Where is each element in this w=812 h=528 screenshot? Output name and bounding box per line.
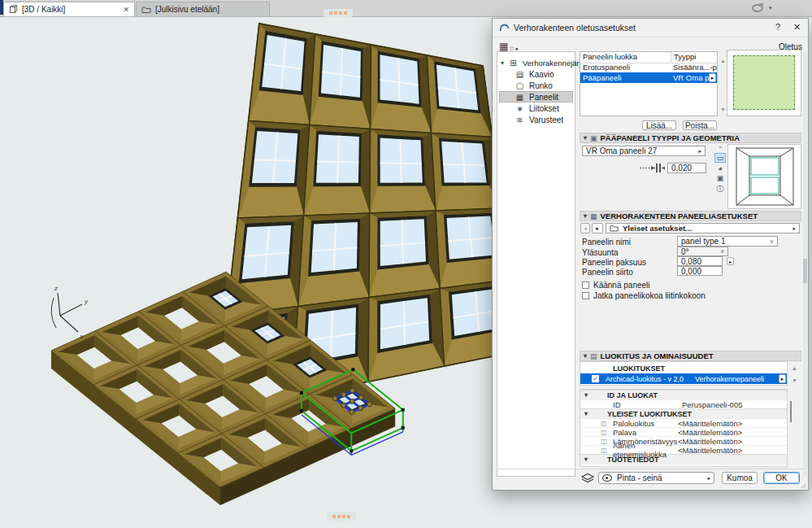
info-icon[interactable]: ⓘ <box>717 184 724 194</box>
classification-flyout-button[interactable]: ▸ <box>779 374 786 383</box>
property-group-header[interactable]: ▾ TUOTETIEDOT <box>580 454 787 464</box>
checkbox-checked-icon[interactable]: ✓ <box>592 375 599 382</box>
tab-julkisivu[interactable]: [Julkisivu etelään] <box>136 2 270 16</box>
collapse-icon[interactable]: ▾ <box>584 134 587 142</box>
extend-panel-checkbox[interactable]: Jatka paneelikokoa liitinkokoon <box>582 291 706 300</box>
panel-thickness-field[interactable]: 0,080 <box>677 256 723 266</box>
property-row[interactable]: ◫ Lämmöneristävyys <Määrittelemätön> <box>580 436 787 445</box>
dialog-scrollbar[interactable] <box>803 51 807 477</box>
application-window: zyx [3D / Kaikki] ✕ [Julkisivu etelään] … <box>0 0 812 528</box>
layers-icon[interactable] <box>581 473 596 483</box>
grip-dot <box>337 515 341 518</box>
symbol-view-icon[interactable]: ▫ <box>719 143 721 151</box>
field-label: Paneelin siirto <box>582 268 633 277</box>
tree-item-runko[interactable]: ▢ Runko <box>515 81 553 90</box>
tree-item-paneelit[interactable]: ▦ Paneelit <box>515 93 558 102</box>
section-header-classification[interactable]: ▾ ▤ LUOKITUS JA OMINAISUUDET <box>580 351 801 361</box>
close-button[interactable]: ✕ <box>793 22 801 33</box>
cancel-button[interactable]: Kumoa <box>722 472 758 484</box>
resize-grip[interactable] <box>800 482 807 489</box>
checkbox-label: Käännä paneeli <box>593 281 650 290</box>
property-row[interactable]: ◫ Paloluokitus <Määrittelemätön> <box>580 418 787 427</box>
thickness-flyout-button[interactable]: ▸ <box>727 257 734 265</box>
collapse-icon[interactable]: ▾ <box>584 391 588 399</box>
panel-preview-swatch <box>733 55 795 110</box>
tab-3d-kaikki[interactable]: [3D / Kaikki] ✕ <box>3 2 135 16</box>
panel-thickness-value: 0,080 <box>681 257 701 266</box>
panel-name-value: panel type 1 <box>681 237 770 246</box>
scroll-down-icon[interactable]: ▼ <box>720 107 726 112</box>
tree-item-liitokset[interactable]: ∗ Liitokset <box>515 104 559 113</box>
property-icon: ◫ <box>599 429 609 436</box>
tab-bar: [3D / Kaikki] ✕ [Julkisivu etelään] ▾ <box>0 0 812 17</box>
scroll-up-icon[interactable]: ▲ <box>792 365 797 371</box>
property-group-header[interactable]: ▾ YLEISET LUOKITUKSET <box>580 408 787 418</box>
column-header[interactable]: Tyyppi <box>671 52 717 63</box>
tree-item-varusteet[interactable]: ≋ Varusteet <box>515 116 563 124</box>
bottom-grip-handle[interactable] <box>327 512 356 521</box>
property-label: Malli <box>613 465 678 468</box>
dialog-scrollbar-thumb[interactable] <box>803 259 807 283</box>
help-button[interactable]: ? <box>775 22 780 32</box>
property-row[interactable]: ◫ Äänen etenemisluokka <Määrittelemätön> <box>580 445 787 454</box>
scroll-up-icon[interactable]: ▲ <box>720 58 726 63</box>
settings-tree: ▾ ⊞ Verhorakennejärjestelmä ▤ Kaavio ▢ R… <box>497 51 575 477</box>
top-grip-handle[interactable] <box>323 9 353 17</box>
flip-panel-checkbox[interactable]: Käännä paneeli <box>582 281 650 290</box>
property-icon: ◫ <box>599 438 609 445</box>
collapse-icon[interactable]: ▾ <box>584 352 587 360</box>
ok-button[interactable]: OK <box>763 472 800 484</box>
favorites-grid-icon: ▦ <box>499 41 508 52</box>
classification-list: LUOKITUKSET ✓ Archicad-luokitus - v 2.0 … <box>580 361 788 386</box>
section-title: VERHORAKENTEEN PANEELIASETUKSET <box>601 212 758 220</box>
property-row[interactable]: ◫ Malli <Määrittelemätön> <box>580 464 787 467</box>
nav-forward-button[interactable]: ▸ <box>592 223 603 233</box>
picture-view-icon[interactable]: ▣ <box>717 174 724 182</box>
flyout-caret-icon: ▸ <box>792 225 796 232</box>
collapse-icon[interactable]: ▾ <box>584 410 588 417</box>
collapse-icon[interactable]: ▾ <box>584 456 588 463</box>
nav-back-button[interactable]: ◂ <box>580 223 590 233</box>
thickness-input[interactable]: 0,020 <box>667 163 706 173</box>
chevron-down-icon: ∨ <box>720 248 724 255</box>
table-row[interactable]: Erotuspaneeli Sisäänra...-paneeli <box>580 63 717 72</box>
dialog-titlebar[interactable]: Verhorakenteen oletusasetukset ? ✕ <box>493 19 808 37</box>
panel-type-dropdown[interactable]: VR Oma paneeli 27 ▸ <box>582 146 706 156</box>
property-label: ID <box>613 400 682 409</box>
column-header[interactable]: Paneelin luokka <box>580 52 671 63</box>
panel-offset-field[interactable]: 0,000 <box>677 266 723 276</box>
properties-scrollbar-thumb[interactable] <box>790 401 792 422</box>
grip-dot <box>344 11 347 15</box>
classification-name: Archicad-luokitus - v 2.0 <box>606 375 695 383</box>
favorites-button[interactable]: ▦ ☆ ▸ <box>499 41 519 52</box>
section-header-panel-settings[interactable]: ▾ ▦ VERHORAKENTEEN PANEELIASETUKSET <box>580 211 801 221</box>
property-group-header[interactable]: ▾ ID JA LUOKAT <box>580 390 787 399</box>
add-button[interactable]: Lisää... <box>642 120 676 130</box>
tree-item-kaavio[interactable]: ▤ Kaavio <box>515 70 554 79</box>
layer-selector[interactable]: Pinta - seinä ▸ <box>598 472 714 484</box>
chevron-down-icon: ∨ <box>770 238 774 245</box>
property-value: <Määrittelemätön> <box>678 419 742 428</box>
tree-expand-icon[interactable]: ▾ <box>501 59 504 67</box>
collapse-icon[interactable]: ▾ <box>584 212 587 220</box>
type-flyout-button[interactable]: ▸ <box>709 73 716 82</box>
up-direction-combo[interactable]: 0° ∨ <box>677 247 728 256</box>
panel-name-combo[interactable]: panel type 1 ∨ <box>677 236 778 247</box>
model-view-icon[interactable]: ▭ <box>714 153 726 163</box>
tree-item-label: Liitokset <box>529 104 559 113</box>
frame-icon: ▢ <box>515 81 524 90</box>
classification-row-selected[interactable]: ✓ Archicad-luokitus - v 2.0 Verhorakenne… <box>580 373 787 384</box>
group-title: TUOTETIEDOT <box>607 456 659 464</box>
tab-close-icon[interactable]: ✕ <box>123 6 129 14</box>
scroll-down-icon[interactable]: ▼ <box>792 377 797 383</box>
table-row-selected[interactable]: Pääpaneeli VR Oma p...eeli 27 ▸ <box>580 72 717 83</box>
property-row[interactable]: ID Peruspaneeli-005 <box>580 399 787 408</box>
remove-button[interactable]: Poista... <box>683 120 717 130</box>
view-options-button[interactable]: ▾ <box>751 2 772 13</box>
panel-class-table: Paneelin luokka Tyyppi Erotuspaneeli Sis… <box>580 51 718 116</box>
settings-page-selector[interactable]: Yleiset asetukset... ▸ <box>606 223 800 233</box>
section-header-geometry[interactable]: ▾ ▣ PÄÄPANEELI TYYPPI JA GEOMETRIA <box>580 133 801 143</box>
property-value: <Määrittelemätön> <box>678 465 742 468</box>
3d-view-icon[interactable]: ◕ <box>718 164 722 172</box>
property-row[interactable]: ◫ Palava <Määrittelemätön> <box>580 427 787 436</box>
